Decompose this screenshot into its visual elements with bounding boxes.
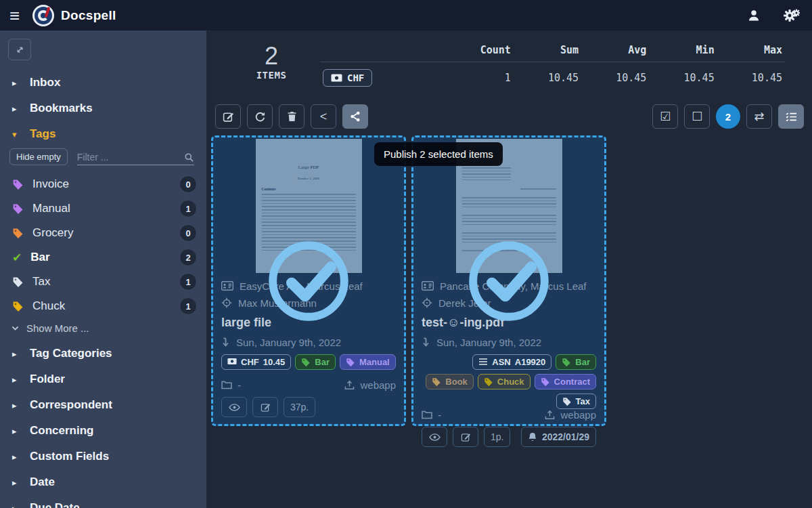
search-icon bbox=[184, 152, 194, 163]
stats-col-avg: Avg bbox=[581, 40, 649, 62]
tag-item-manual[interactable]: Manual 1 bbox=[0, 196, 206, 221]
sidebar-item-custom-fields[interactable]: ▸ Custom Fields bbox=[0, 444, 206, 469]
upload-icon bbox=[344, 380, 355, 390]
page-count-button[interactable]: 1p. bbox=[484, 427, 510, 447]
folder-icon bbox=[221, 381, 232, 389]
stat-min-value: 10.45 bbox=[649, 62, 717, 94]
stats-table: Count Sum Avg Min Max bbox=[320, 40, 785, 93]
correspondent-text: Pancake Company, Marcus Leaf bbox=[440, 280, 587, 292]
sidebar-item-label: Date bbox=[30, 475, 55, 489]
merge-button[interactable]: < bbox=[311, 104, 336, 129]
user-icon[interactable] bbox=[747, 9, 761, 22]
deselect-all-button[interactable]: ☐ bbox=[684, 104, 710, 129]
preview-date: October 1, 2020 bbox=[262, 177, 356, 180]
folder-value: - bbox=[238, 379, 241, 391]
caret-right-icon: ▸ bbox=[12, 104, 19, 114]
settings-gears-icon[interactable] bbox=[784, 8, 800, 23]
tag-badge-tax[interactable]: Tax bbox=[556, 394, 596, 409]
tag-icon bbox=[346, 358, 355, 367]
tag-count-badge: 1 bbox=[179, 273, 197, 291]
publish-button[interactable] bbox=[342, 104, 368, 129]
sidebar-section-tags[interactable]: ▾ Tags bbox=[0, 121, 206, 147]
sidebar-item-concerning[interactable]: ▸ Concerning bbox=[0, 418, 206, 444]
tag-icon bbox=[541, 377, 550, 387]
reprocess-button[interactable] bbox=[247, 104, 273, 129]
tag-badge-bar[interactable]: Bar bbox=[295, 354, 336, 370]
menu-icon[interactable]: ≡ bbox=[9, 7, 32, 24]
correspondent-line: EasyCare AG, Marcus Leaf bbox=[221, 279, 396, 293]
tag-item-bar[interactable]: ✔ Bar 2 bbox=[0, 245, 206, 270]
docspell-logo bbox=[32, 5, 54, 26]
invert-selection-button[interactable]: ⇄ bbox=[746, 104, 772, 129]
item-card-large-file[interactable]: Large PDF October 1, 2020 Contents EasyC… bbox=[211, 135, 406, 426]
delete-button[interactable] bbox=[279, 104, 304, 129]
tag-item-tax[interactable]: Tax 1 bbox=[0, 270, 206, 294]
tag-name: Grocery bbox=[32, 226, 171, 240]
sidebar-item-folder[interactable]: ▸ Folder bbox=[0, 366, 206, 392]
page-count-button[interactable]: 37p. bbox=[284, 397, 315, 417]
tag-badge-manual[interactable]: Manual bbox=[340, 354, 396, 370]
list-view-button[interactable] bbox=[778, 104, 804, 129]
hide-empty-toggle[interactable]: Hide empty bbox=[9, 148, 68, 165]
caret-right-icon: ▸ bbox=[12, 375, 19, 385]
tag-count-badge: 0 bbox=[179, 175, 197, 193]
sidebar-item-date[interactable]: ▸ Date bbox=[0, 469, 206, 495]
tag-filter-input[interactable] bbox=[77, 152, 184, 163]
edit-selected-button[interactable] bbox=[215, 104, 241, 129]
item-cards: Publish 2 selected items Large PDF Octob… bbox=[206, 135, 812, 426]
due-date-button[interactable]: 2022/01/29 bbox=[521, 427, 596, 447]
sidebar-item-correspondent[interactable]: ▸ Correspondent bbox=[0, 392, 206, 418]
preview-item-button[interactable] bbox=[422, 427, 447, 447]
app-title: Docspell bbox=[61, 8, 116, 23]
show-more-tags[interactable]: Show More ... bbox=[0, 318, 206, 341]
eye-icon bbox=[229, 403, 240, 412]
tag-item-chuck[interactable]: Chuck 1 bbox=[0, 294, 206, 318]
eye-icon bbox=[429, 433, 441, 442]
sidebar-item-label: Custom Fields bbox=[30, 450, 109, 463]
tag-badge-chuck[interactable]: Chuck bbox=[478, 374, 531, 389]
preview-item-button[interactable] bbox=[221, 397, 247, 417]
tag-badge-bar[interactable]: Bar bbox=[556, 354, 596, 370]
caret-right-icon: ▸ bbox=[12, 78, 19, 88]
tag-item-grocery[interactable]: Grocery 0 bbox=[0, 221, 206, 245]
money-bill-icon bbox=[227, 358, 237, 367]
collapse-sidebar-button[interactable] bbox=[8, 39, 31, 60]
currency-badge: CHF bbox=[323, 69, 372, 87]
sidebar-item-tag-categories[interactable]: ▸ Tag Categories bbox=[0, 341, 206, 366]
item-date-line: Sun, January 9th, 2022 bbox=[221, 337, 396, 348]
crosshair-icon bbox=[221, 297, 232, 308]
sidebar-item-bookmarks[interactable]: ▸ Bookmarks bbox=[0, 96, 206, 121]
tag-badge-book[interactable]: Book bbox=[426, 374, 474, 389]
edit-item-button[interactable] bbox=[252, 397, 278, 417]
tag-name: Manual bbox=[32, 202, 171, 215]
document-preview: Large PDF October 1, 2020 Contents bbox=[221, 139, 396, 276]
correspondent-line: Pancake Company, Marcus Leaf bbox=[422, 279, 596, 293]
stat-max-value: 10.45 bbox=[717, 62, 785, 94]
concerning-text: Max Mustermann bbox=[238, 297, 317, 309]
checkbox-unchecked-icon: ☐ bbox=[692, 109, 702, 124]
upload-icon bbox=[545, 410, 555, 420]
item-card-test-ing[interactable]: Pancake Company, Marcus Leaf Derek Jeter… bbox=[411, 135, 606, 426]
tag-badge-contract[interactable]: Contract bbox=[535, 374, 596, 389]
sidebar-item-due-date[interactable]: ▸ Due Date bbox=[0, 495, 206, 508]
main-content: 2 ITEMS Count Sum Avg Min Max bbox=[206, 30, 812, 508]
tag-item-invoice[interactable]: Invoice 0 bbox=[0, 172, 206, 196]
edit-item-button[interactable] bbox=[453, 427, 478, 447]
chevron-down-icon bbox=[11, 324, 20, 333]
concerning-line: Derek Jeter bbox=[422, 296, 596, 310]
tag-icon bbox=[12, 301, 24, 312]
card-footer: 1p. 2022/01/29 bbox=[422, 427, 596, 447]
tag-icon bbox=[12, 228, 24, 239]
sidebar-item-inbox[interactable]: ▸ Inbox bbox=[0, 70, 206, 96]
stats-row-chf: CHF 1 10.45 10.45 10.45 10.45 bbox=[320, 62, 785, 94]
item-title: large file bbox=[221, 316, 396, 330]
edit-icon bbox=[261, 402, 271, 412]
sidebar-item-label: Correspondent bbox=[30, 398, 112, 412]
caret-right-icon: ▸ bbox=[12, 452, 19, 462]
caret-down-icon: ▾ bbox=[12, 129, 19, 140]
sidebar-item-label: Due Date bbox=[30, 501, 80, 508]
merge-icon: < bbox=[320, 110, 328, 124]
select-all-button[interactable]: ☑ bbox=[652, 104, 678, 129]
address-card-icon bbox=[422, 281, 434, 291]
checkbox-checked-icon: ☑ bbox=[660, 109, 671, 124]
